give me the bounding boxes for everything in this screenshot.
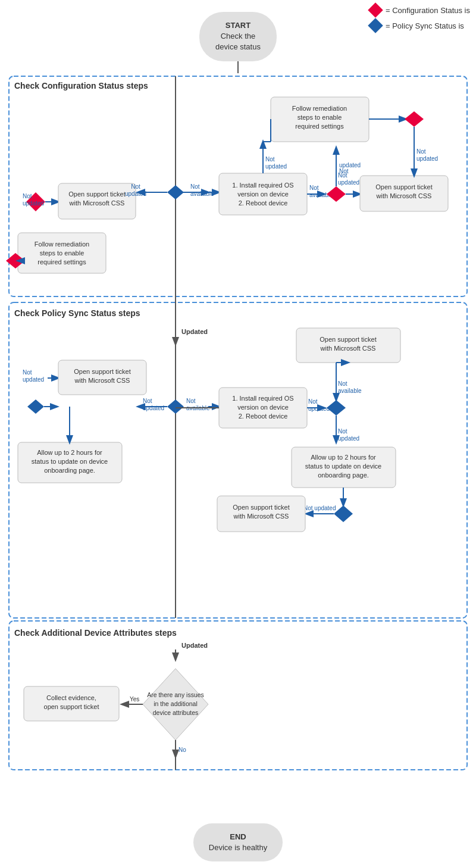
svg-text:Not: Not	[23, 369, 32, 376]
red-diamond-icon	[368, 2, 383, 17]
svg-text:device attributes: device attributes	[153, 709, 198, 716]
svg-text:Are there any issues: Are there any issues	[147, 691, 204, 698]
svg-text:with Microsoft CSS: with Microsoft CSS	[320, 345, 376, 352]
flowchart-svg: Check Configuration Status steps Not upd…	[6, 73, 470, 847]
svg-text:updated: updated	[338, 179, 359, 186]
svg-text:Follow remediation: Follow remediation	[35, 241, 89, 248]
svg-text:Open support ticket: Open support ticket	[320, 336, 376, 343]
svg-text:with Microsoft CSS: with Microsoft CSS	[376, 192, 432, 199]
svg-text:Not: Not	[23, 193, 32, 199]
svg-text:with Microsoft CSS: with Microsoft CSS	[74, 377, 130, 384]
start-subtitle: Check the device status	[215, 32, 261, 51]
config-section-title: Check Configuration Status steps	[14, 81, 148, 90]
svg-text:updated: updated	[23, 200, 44, 207]
svg-text:Not: Not	[416, 148, 426, 155]
svg-text:2. Reboot device: 2. Reboot device	[239, 413, 288, 420]
svg-text:2. Reboot device: 2. Reboot device	[239, 199, 288, 207]
svg-text:Updated: Updated	[181, 642, 208, 649]
svg-text:with Microsoft CSS: with Microsoft CSS	[233, 513, 289, 520]
config-diamond-top-right	[405, 111, 424, 127]
start-node: START Check the device status	[199, 12, 277, 61]
svg-text:1. Install required OS: 1. Install required OS	[232, 182, 293, 189]
svg-text:onboarding page.: onboarding page.	[318, 472, 369, 479]
svg-text:Allow up to 2 hours for: Allow up to 2 hours for	[311, 454, 376, 461]
svg-text:updated: updated	[338, 435, 359, 442]
blue-diamond-icon	[368, 18, 383, 33]
svg-text:updated: updated	[416, 155, 438, 162]
svg-text:Not: Not	[131, 183, 140, 190]
svg-text:available: available	[190, 191, 214, 197]
svg-text:Allow up to 2 hours for: Allow up to 2 hours for	[37, 449, 102, 456]
legend-policy-label: = Policy Sync Status is	[386, 21, 464, 30]
end-area: END Device is healthy	[6, 823, 470, 861]
svg-text:status to update on device: status to update on device	[305, 463, 381, 470]
svg-text:updated: updated	[143, 405, 164, 411]
svg-text:onboarding page.: onboarding page.	[44, 467, 95, 474]
start-title: START	[226, 21, 250, 30]
svg-text:updated: updated	[23, 376, 44, 383]
svg-text:Follow remediation: Follow remediation	[292, 105, 347, 112]
svg-text:in the additional: in the additional	[154, 700, 198, 707]
svg-text:Check Additional Device Attrib: Check Additional Device Attributes steps	[14, 628, 177, 638]
svg-text:Not: Not	[190, 183, 200, 190]
policy-diamond-left	[27, 399, 44, 414]
config-diamond-right	[327, 186, 346, 202]
svg-text:Not updated: Not updated	[303, 505, 336, 511]
svg-text:steps to enable: steps to enable	[298, 114, 342, 121]
svg-text:Open support ticket: Open support ticket	[74, 368, 130, 375]
svg-text:Open support ticket: Open support ticket	[68, 191, 125, 198]
svg-text:Open support ticket: Open support ticket	[233, 504, 289, 511]
svg-text:No: No	[178, 747, 186, 753]
svg-text:Not: Not	[186, 398, 196, 404]
svg-text:updated: updated	[125, 191, 146, 197]
legend-policy: = Policy Sync Status is	[370, 20, 470, 31]
svg-text:status to update on device: status to update on device	[32, 458, 108, 465]
end-subtitle: Device is healthy	[209, 843, 267, 852]
svg-text:Check Policy Sync Status steps: Check Policy Sync Status steps	[14, 308, 140, 318]
policy-diamond-right	[327, 400, 346, 416]
svg-text:version on device: version on device	[237, 191, 289, 198]
svg-text:Yes: Yes	[130, 696, 139, 702]
svg-text:version on device: version on device	[237, 404, 289, 411]
svg-text:Open support ticket: Open support ticket	[375, 183, 432, 191]
legend: = Configuration Status is = Policy Sync …	[370, 5, 470, 31]
svg-text:Updated: Updated	[181, 328, 208, 335]
svg-text:1. Install required OS: 1. Install required OS	[232, 395, 293, 402]
end-node: END Device is healthy	[193, 823, 283, 861]
svg-text:Not: Not	[265, 156, 275, 163]
svg-text:Not: Not	[339, 168, 349, 174]
legend-config-label: = Configuration Status is	[386, 6, 470, 15]
svg-text:Not: Not	[338, 380, 347, 387]
svg-text:Collect evidence,: Collect evidence,	[46, 694, 96, 701]
legend-config: = Configuration Status is	[370, 5, 470, 15]
svg-text:steps to enable: steps to enable	[40, 249, 84, 257]
svg-line-41	[263, 119, 271, 142]
svg-text:available: available	[338, 388, 362, 394]
policy-diamond-center	[167, 399, 184, 414]
start-connector	[237, 61, 239, 73]
svg-text:required settings: required settings	[295, 123, 344, 130]
end-title: END	[230, 832, 246, 841]
svg-text:with Microsoft CSS: with Microsoft CSS	[69, 199, 125, 207]
svg-text:updated: updated	[339, 162, 361, 168]
svg-text:Not: Not	[143, 398, 152, 404]
svg-text:required settings: required settings	[37, 258, 86, 266]
svg-text:Not: Not	[309, 185, 319, 191]
diagram-container: = Configuration Status is = Policy Sync …	[0, 0, 476, 867]
svg-text:Not: Not	[338, 428, 347, 435]
svg-text:updated: updated	[308, 405, 330, 412]
svg-text:Not: Not	[308, 398, 318, 405]
policy-diamond-bottom-right	[334, 505, 353, 522]
svg-text:updated: updated	[265, 163, 287, 170]
svg-text:open support ticket: open support ticket	[44, 703, 99, 710]
config-diamond-center	[167, 185, 184, 199]
